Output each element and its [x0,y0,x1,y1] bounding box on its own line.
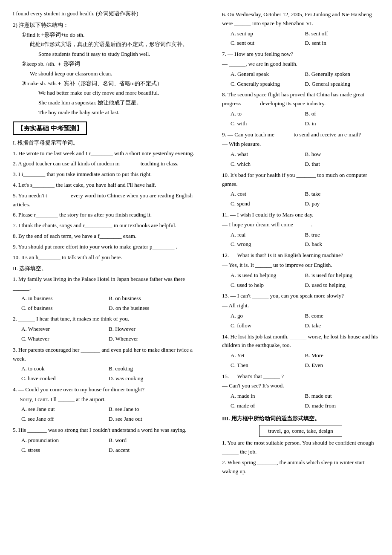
p3q1: 1. You are the most suitable person. You… [222,439,379,457]
struct3-ex2: She made him a superstar. 她让他成了巨星。 [38,98,196,107]
column-divider [209,9,209,478]
mc14-a: A. Yet [231,351,305,361]
struct1-ex: Some students found it easy to study Eng… [38,50,196,59]
mc5-b: B. word [109,436,196,445]
mc6-a: A. sent up [231,29,305,39]
q9: 9. You should put more effort into your … [13,243,196,251]
mc14-block: 14. He lost his job last month. ______ w… [222,332,379,370]
struct3-ex3: The boy made the baby smile at last. [38,108,196,117]
mc13-c: C. follow [231,321,305,331]
struct2-title: ②keep sb. /sth. ＋ 形容词 [21,60,196,69]
wordbox: travel, go, come, take, design [259,425,342,437]
q6: 6. Please r________ the story for us aft… [13,211,196,220]
mc11-block: 11. — I wish I could fly to Mars one day… [222,211,379,249]
q7: 7. I think the chants, songs and r______… [13,221,196,230]
mc5-block: 5. His _______ was so strong that I coul… [13,426,196,455]
mc13-a: A. go [231,311,305,321]
mc7-a: A. General speak [231,69,305,79]
mc1-block: 1. My family was living in the Palace Ho… [13,275,196,313]
mc4-block: 4. — Could you come over to my house for… [13,385,196,424]
mc12-a: A. is used to helping [231,271,305,280]
mc2-d: D. Whenever [109,334,196,344]
q8: 8. By the end of each term, we have a f_… [13,232,196,241]
mc10-c: C. spend [231,199,305,209]
mc7-b: B. Generally spoken [305,69,380,79]
intro-line: I found every student in good health. (介… [13,9,196,18]
section-title: 【夯实基础 中考预测】 [13,121,87,135]
mc10-a: A. cost [231,189,305,199]
mc3-a: A. to cook [21,364,109,374]
mc14-b: B. More [305,351,380,361]
mc15-d: D. made from [305,401,380,411]
mc7-c: C. Generally speaking [231,79,305,89]
note2-title: 2) 注意以下特殊结构： [13,21,196,30]
mc4-b: B. see Jane to [109,405,196,414]
struct2-ex: We should keep our classroom clean. [30,69,196,78]
mc9-block: 9. — Can you teach me ______ to send and… [222,130,379,169]
p3q2: 2. When spring _______, the animals whic… [222,458,379,476]
mc9-a: A. what [231,150,305,159]
part1-title: I. 根据首字母提示写单词。 [13,139,196,147]
mc12-d: D. used to helping [305,280,380,290]
mc15-a: A. made in [231,391,305,401]
part2-title: II. 选择填空。 [13,264,196,273]
q5: 5. You needn't t________ every word into… [13,191,196,209]
mc4-d: D. see Jane out [109,414,196,424]
mc6-d: D. sent in [305,38,380,48]
mc3-d: D. was cooking [109,374,196,384]
mc12-block: 12. — What is that? Is it an English lea… [222,251,379,290]
mc6-b: B. sent off [305,29,380,39]
mc7-d: D. General speaking [305,79,380,89]
mc13-d: D. take [305,321,380,331]
mc11-a: A. real [231,230,305,240]
part3-title: III. 用方框中所给动词的适当形式填空。 [222,414,379,423]
mc14-d: D. Even [305,361,380,370]
mc4-a: A. see Jane out [21,405,109,414]
mc8-d: D. in [305,119,380,129]
mc7-block: 7. — How are you feeling now? — ______, … [222,50,379,89]
mc15-c: C. made of [231,401,305,411]
mc12-c: C. used to help [231,280,305,290]
mc15-b: B. made out [305,391,380,401]
mc10-b: B. take [305,189,380,199]
mc2-c: C. Whatever [21,334,109,344]
mc4-c: C. see Jane off [21,414,109,424]
mc2-a: A. Wherever [21,324,109,334]
mc8-a: A. to [231,109,305,119]
mc9-d: D. that [305,159,380,169]
mc2-block: 2. ______ I hear that tune, it makes me … [13,315,196,344]
q3: 3. I i________ that you take immediate a… [13,170,196,179]
mc13-block: 13. — I can't ______ you, can you speak … [222,292,379,330]
q10: 10. It's an h________ to talk with all o… [13,253,196,262]
mc5-a: A. pronunciation [21,436,109,445]
mc2-b: B. However [109,324,196,334]
mc5-c: C. stress [21,445,109,455]
mc8-b: B. of [305,109,380,119]
mc11-d: D. back [305,240,380,249]
mc15-block: 15. — What's that ______ ? — Can't you s… [222,372,379,411]
mc12-b: B. is used for helping [305,271,380,280]
mc3-block: 3. Her parents encouraged her _______ an… [13,346,196,384]
struct3-ex1: We had better make our city move and mor… [38,89,196,98]
q1: 1. He wrote to me last week and I r_____… [13,149,196,158]
mc3-b: B. cooking [109,364,196,374]
struct1-note: 此处it作形式宾语，真正的宾语是后面的不定式，形容词作宾补。 [30,40,196,49]
mc14-c: C. Then [231,361,305,370]
mc11-b: B. true [305,230,380,240]
struct3-title: ③make sb. /sth.＋ 宾补（形容词、名词、省略to的不定式） [21,79,196,88]
struct1-title: ①find it +形容词+to do sth. [21,31,196,40]
q4: 4. Let's s________ the last cake, you ha… [13,181,196,190]
mc11-c: C. wrong [231,240,305,249]
mc6-c: C. sent out [231,38,305,48]
mc5-d: D. accent [109,445,196,455]
mc1-c: C. of business [21,304,109,313]
mc10-block: 10. It's bad for your health if you ____… [222,171,379,209]
mc1-b: B. on business [109,294,196,304]
mc9-c: C. which [231,159,305,169]
mc8-c: C. with [231,119,305,129]
mc9-b: B. how [305,150,380,159]
mc1-d: D. on the business [109,304,196,313]
mc1-a: A. in business [21,294,109,304]
mc3-c: C. have cooked [21,374,109,384]
q2: 2. A good teacher can use all kinds of m… [13,159,196,168]
